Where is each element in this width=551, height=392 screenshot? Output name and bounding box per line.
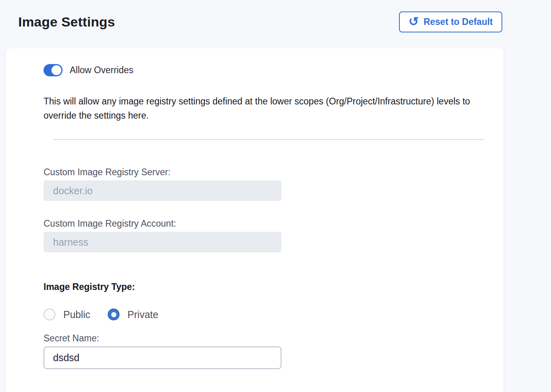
allow-overrides-description: This will allow any image registry setti… [44,94,484,123]
allow-overrides-toggle[interactable] [44,64,63,76]
registry-server-input [44,180,281,201]
reset-icon: ↺ [408,15,419,28]
registry-server-label: Custom Image Registry Server: [44,166,484,178]
registry-account-label: Custom Image Registry Account: [44,218,484,229]
reset-to-default-button[interactable]: ↺ Reset to Default [399,11,502,32]
registry-account-input [44,232,281,252]
radio-option-public[interactable]: Public [44,309,90,320]
radio-public-circle[interactable] [44,309,55,320]
radio-private-label: Private [127,309,158,320]
section-divider [53,139,484,140]
radio-private-circle[interactable] [108,309,120,320]
page-title: Image Settings [18,14,115,30]
secret-name-label: Secret Name: [44,332,484,344]
secret-name-input[interactable] [44,347,281,369]
image-settings-card: Allow Overrides This will allow any imag… [6,48,504,392]
toggle-knob [51,65,61,75]
reset-button-label: Reset to Default [424,17,493,27]
radio-option-private[interactable]: Private [108,309,158,320]
registry-type-label: Image Registry Type: [44,281,484,293]
radio-public-label: Public [63,309,90,320]
allow-overrides-row: Allow Overrides [44,64,484,76]
registry-type-radio-group: Public Private [44,309,484,320]
page-header: Image Settings ↺ Reset to Default [0,0,551,33]
allow-overrides-label: Allow Overrides [70,65,133,76]
